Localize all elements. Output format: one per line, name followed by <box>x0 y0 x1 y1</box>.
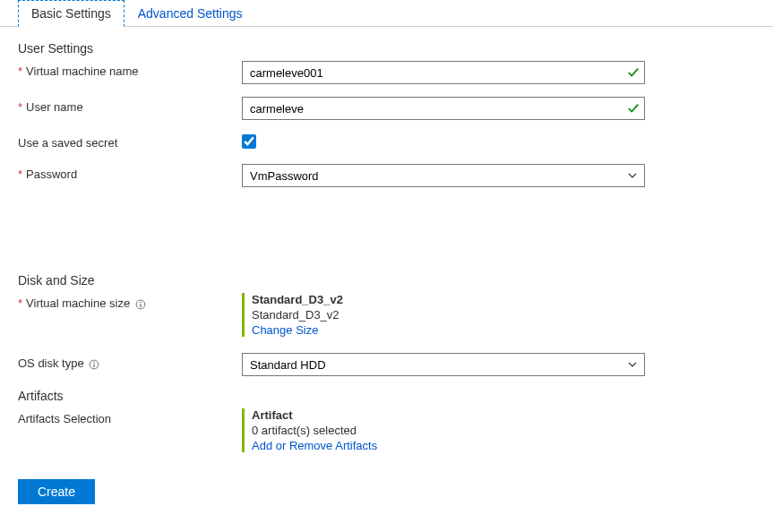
section-user-settings: User Settings <box>18 41 755 56</box>
tabs-bar: Basic Settings Advanced Settings <box>0 0 773 27</box>
os-disk-type-select[interactable]: Standard HDD <box>242 353 645 376</box>
user-name-input[interactable] <box>242 97 645 120</box>
row-user-name: *User name <box>18 97 755 120</box>
row-vm-name: *Virtual machine name <box>18 61 755 84</box>
svg-point-2 <box>140 301 142 303</box>
info-icon[interactable] <box>89 359 99 370</box>
required-marker: * <box>18 100 22 114</box>
tab-advanced-settings[interactable]: Advanced Settings <box>125 0 256 27</box>
row-saved-secret: Use a saved secret <box>18 133 755 151</box>
section-artifacts: Artifacts <box>18 389 755 403</box>
artifacts-block: Artifact 0 artifact(s) selected Add or R… <box>242 408 645 452</box>
vm-size-subtitle: Standard_D3_v2 <box>252 308 645 322</box>
label-saved-secret: Use a saved secret <box>18 133 242 150</box>
artifacts-subtitle: 0 artifact(s) selected <box>252 424 645 437</box>
form-content: User Settings *Virtual machine name *Use… <box>0 27 773 519</box>
label-password: *Password <box>18 164 242 181</box>
section-disk-and-size: Disk and Size <box>18 273 755 287</box>
row-password: *Password VmPassword <box>18 164 755 187</box>
label-os-disk-type: OS disk type <box>18 353 242 370</box>
row-vm-size: *Virtual machine size Standard_D3_v2 Sta… <box>18 293 755 337</box>
artifacts-title: Artifact <box>252 408 645 422</box>
vm-name-input[interactable] <box>242 61 645 84</box>
saved-secret-checkbox[interactable] <box>242 134 256 149</box>
vm-size-title: Standard_D3_v2 <box>252 293 645 306</box>
label-vm-name: *Virtual machine name <box>18 61 242 78</box>
svg-point-5 <box>94 361 96 363</box>
svg-rect-4 <box>94 364 95 367</box>
footer: Create <box>18 465 755 504</box>
change-size-link[interactable]: Change Size <box>252 323 318 337</box>
label-user-name: *User name <box>18 97 242 114</box>
vm-size-block: Standard_D3_v2 Standard_D3_v2 Change Siz… <box>242 293 645 337</box>
add-remove-artifacts-link[interactable]: Add or Remove Artifacts <box>252 439 377 452</box>
password-select[interactable]: VmPassword <box>242 164 645 187</box>
info-icon[interactable] <box>135 299 146 310</box>
required-marker: * <box>18 64 22 78</box>
required-marker: * <box>18 296 22 310</box>
label-artifacts-selection: Artifacts Selection <box>18 408 242 425</box>
create-button[interactable]: Create <box>18 479 95 504</box>
row-artifacts-selection: Artifacts Selection Artifact 0 artifact(… <box>18 408 755 452</box>
required-marker: * <box>18 167 22 181</box>
row-os-disk-type: OS disk type Standard HDD <box>18 353 755 376</box>
label-vm-size: *Virtual machine size <box>18 293 242 310</box>
svg-rect-1 <box>140 304 141 307</box>
tab-basic-settings[interactable]: Basic Settings <box>18 0 125 27</box>
